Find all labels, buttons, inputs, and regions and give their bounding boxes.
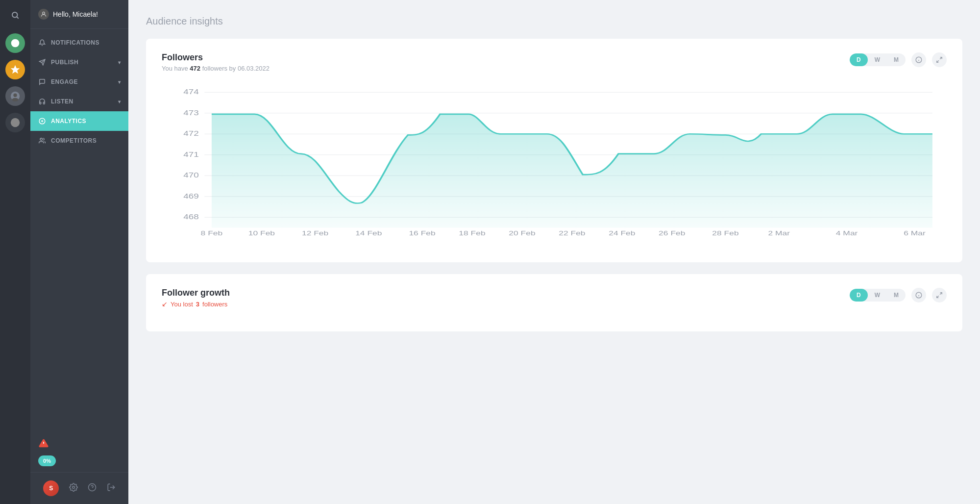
period-btn-d[interactable]: D	[850, 53, 868, 66]
follower-growth-card: Follower growth ↙ You lost 3 followers D…	[146, 274, 962, 331]
svg-text:26 Feb: 26 Feb	[659, 230, 685, 237]
user-avatar[interactable]: S	[43, 480, 59, 496]
send-icon	[38, 58, 46, 66]
svg-text:20 Feb: 20 Feb	[509, 230, 535, 237]
sidebar-item-analytics[interactable]: ANALYTICS	[30, 111, 128, 131]
growth-period-toggle: D W M	[850, 289, 906, 302]
publish-chevron: ▾	[118, 60, 121, 65]
svg-text:4 Mar: 4 Mar	[836, 230, 858, 237]
svg-text:473: 473	[183, 109, 199, 117]
sidebar-item-listen[interactable]: LISTEN ▾	[30, 92, 128, 111]
svg-point-0	[12, 12, 18, 18]
svg-text:8 Feb: 8 Feb	[201, 230, 223, 237]
avatar-circle[interactable]	[5, 86, 25, 106]
help-button[interactable]	[88, 483, 97, 494]
follower-growth-title: Follower growth	[162, 288, 230, 298]
svg-point-4	[13, 94, 17, 97]
people-icon	[38, 137, 46, 145]
followers-period-toggle: D W M	[850, 53, 906, 66]
period-btn-w[interactable]: W	[868, 53, 887, 66]
engage-label: ENGAGE	[51, 78, 78, 85]
svg-point-5	[12, 98, 19, 101]
svg-text:14 Feb: 14 Feb	[355, 230, 382, 237]
sidebar-header: Hello, Micaela!	[30, 0, 128, 29]
growth-toggle-group: D W M	[850, 288, 947, 302]
analytics-label: ANALYTICS	[51, 118, 86, 125]
sidebar-item-engage[interactable]: ENGAGE ▾	[30, 72, 128, 92]
alert-triangle-icon	[38, 438, 49, 449]
svg-text:472: 472	[183, 130, 199, 138]
engage-chevron: ▾	[118, 79, 121, 85]
svg-text:10 Feb: 10 Feb	[248, 230, 275, 237]
svg-text:12 Feb: 12 Feb	[302, 230, 328, 237]
listen-label: LISTEN	[51, 98, 74, 105]
listen-icon	[38, 98, 46, 105]
svg-text:16 Feb: 16 Feb	[409, 230, 435, 237]
chat-icon	[38, 78, 46, 86]
svg-text:470: 470	[183, 172, 199, 179]
competitors-label: COMPETITORS	[51, 137, 97, 144]
logout-button[interactable]	[107, 483, 116, 494]
growth-info-button[interactable]	[911, 288, 926, 302]
sidebar-item-competitors[interactable]: COMPETITORS	[30, 131, 128, 151]
followers-card-header: Followers You have 472 followers by 06.0…	[162, 52, 947, 72]
svg-point-13	[40, 138, 43, 141]
follower-growth-header: Follower growth ↙ You lost 3 followers D…	[162, 288, 947, 308]
sidebar-item-notifications[interactable]: NOTIFICATIONS	[30, 33, 128, 52]
icon-rail	[0, 0, 30, 504]
bell-icon	[38, 39, 46, 47]
followers-card: Followers You have 472 followers by 06.0…	[146, 39, 962, 262]
page-title: Audience insights	[146, 16, 962, 27]
svg-text:18 Feb: 18 Feb	[459, 230, 485, 237]
listen-chevron: ▾	[118, 99, 121, 104]
growth-expand-button[interactable]	[932, 288, 947, 302]
greeting-text: Hello, Micaela!	[53, 10, 98, 18]
svg-point-7	[43, 12, 45, 14]
svg-text:24 Feb: 24 Feb	[609, 230, 635, 237]
svg-text:469: 469	[183, 192, 199, 200]
growth-period-btn-d[interactable]: D	[850, 289, 868, 302]
followers-title: Followers	[162, 52, 270, 63]
followers-chart: 474 473 472 471 470 469 468	[162, 82, 947, 249]
followers-chart-svg: 474 473 472 471 470 469 468	[162, 82, 947, 249]
svg-line-1	[17, 17, 18, 18]
avatar-gold[interactable]	[5, 60, 25, 79]
avatar-brand[interactable]	[5, 33, 25, 53]
svg-text:468: 468	[183, 213, 199, 221]
main-content: Audience insights Followers You have 472…	[128, 0, 980, 504]
svg-point-6	[11, 118, 20, 127]
svg-text:6 Mar: 6 Mar	[904, 230, 926, 237]
period-btn-m[interactable]: M	[887, 53, 906, 66]
percentage-badge: 0%	[38, 455, 56, 466]
info-button[interactable]	[911, 52, 926, 67]
svg-point-2	[11, 39, 20, 48]
svg-point-16	[73, 486, 75, 488]
sidebar-footer: S	[30, 472, 128, 504]
followers-toggle-group: D W M	[850, 52, 947, 67]
growth-period-btn-w[interactable]: W	[868, 289, 887, 302]
search-button[interactable]	[6, 6, 24, 25]
publish-label: PUBLISH	[51, 59, 78, 66]
svg-text:474: 474	[183, 88, 199, 96]
follower-growth-subtitle: ↙ You lost 3 followers	[162, 300, 230, 308]
growth-period-btn-m[interactable]: M	[887, 289, 906, 302]
analytics-icon	[38, 117, 46, 125]
svg-text:22 Feb: 22 Feb	[559, 230, 585, 237]
expand-button[interactable]	[932, 52, 947, 67]
svg-text:28 Feb: 28 Feb	[712, 230, 738, 237]
avatar-darker[interactable]	[5, 113, 25, 132]
sidebar-item-publish[interactable]: PUBLISH ▾	[30, 52, 128, 72]
user-icon	[38, 9, 49, 20]
notifications-label: NOTIFICATIONS	[51, 39, 99, 46]
followers-subtitle: You have 472 followers by 06.03.2022	[162, 65, 270, 72]
settings-button[interactable]	[69, 483, 78, 494]
sidebar-nav: NOTIFICATIONS PUBLISH ▾ ENGAGE ▾	[30, 29, 128, 432]
svg-text:2 Mar: 2 Mar	[768, 230, 790, 237]
sidebar: Hello, Micaela! NOTIFICATIONS PUBLISH ▾	[30, 0, 128, 504]
growth-arrow-icon: ↙	[162, 300, 168, 308]
svg-text:471: 471	[183, 151, 199, 158]
